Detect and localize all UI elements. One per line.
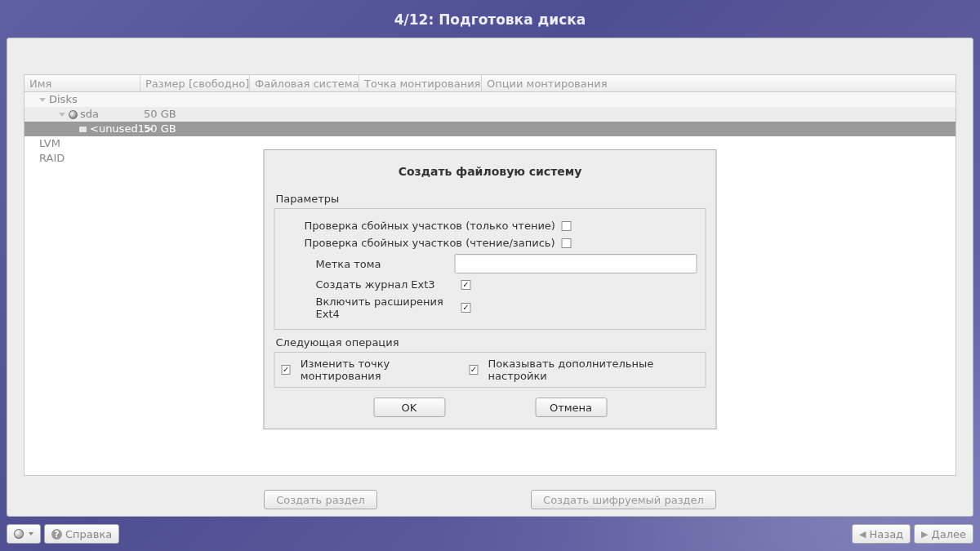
show-adv-checkbox[interactable] bbox=[469, 365, 478, 375]
chevron-left-icon: ◀ bbox=[859, 529, 866, 540]
step-title: 4/12: Подготовка диска bbox=[0, 0, 980, 38]
gear-icon bbox=[14, 529, 24, 539]
check-ro-checkbox[interactable] bbox=[562, 221, 572, 231]
disk-icon bbox=[69, 110, 78, 119]
params-box: Проверка сбойных участков (только чтение… bbox=[274, 208, 706, 330]
chevron-right-icon: ▶ bbox=[921, 529, 928, 540]
panel-actions: Создать раздел Создать шифруемый раздел bbox=[7, 490, 973, 509]
create-fs-dialog: Создать файловую систему Параметры Прове… bbox=[264, 149, 717, 429]
partition-icon bbox=[78, 126, 87, 133]
tree-label-disks: Disks bbox=[49, 93, 78, 105]
tree-label-raid: RAID bbox=[39, 152, 65, 164]
check-ro-label: Проверка сбойных участков (только чтение… bbox=[305, 220, 555, 232]
create-encrypted-button[interactable]: Создать шифруемый раздел bbox=[531, 490, 716, 509]
ext4-ext-label: Включить расширения Ext4 bbox=[316, 295, 455, 320]
cancel-button[interactable]: Отмена bbox=[535, 398, 607, 417]
next-op-box: Изменить точку монтирования Показывать д… bbox=[274, 352, 706, 388]
help-icon: ? bbox=[51, 529, 62, 540]
volume-label-label: Метка тома bbox=[316, 258, 455, 270]
ext3-journal-checkbox[interactable] bbox=[461, 280, 471, 290]
check-rw-checkbox[interactable] bbox=[562, 238, 572, 248]
nav-bar: ?Справка ◀Назад ▶Далее bbox=[0, 522, 980, 551]
help-label: Справка bbox=[65, 528, 112, 540]
tree-label-sda: sda bbox=[80, 108, 99, 120]
ext4-ext-checkbox[interactable] bbox=[461, 303, 471, 313]
tree-size-unused: 50 GB bbox=[140, 122, 250, 136]
change-mount-checkbox[interactable] bbox=[282, 365, 291, 375]
create-partition-button[interactable]: Создать раздел bbox=[264, 490, 377, 509]
col-name[interactable]: Имя bbox=[24, 75, 140, 91]
col-mount[interactable]: Точка монтирования bbox=[359, 75, 482, 91]
col-size[interactable]: Размер [свободно] bbox=[140, 75, 250, 91]
tree-label-lvm: LVM bbox=[39, 137, 60, 149]
next-button[interactable]: ▶Далее bbox=[914, 524, 973, 544]
next-op-section-label: Следующая операция bbox=[268, 335, 713, 352]
back-button[interactable]: ◀Назад bbox=[852, 524, 911, 544]
tree-row-unused[interactable]: <unused1> 50 GB bbox=[24, 122, 956, 136]
tree-header: Имя Размер [свободно] Файловая система Т… bbox=[24, 74, 956, 92]
params-section-label: Параметры bbox=[268, 191, 713, 208]
chevron-down-icon bbox=[29, 532, 33, 535]
volume-label-input[interactable] bbox=[455, 254, 697, 273]
ok-button[interactable]: OK bbox=[373, 398, 445, 417]
back-label: Назад bbox=[869, 528, 903, 540]
change-mount-label: Изменить точку монтирования bbox=[301, 358, 461, 382]
chevron-down-icon[interactable] bbox=[39, 98, 46, 102]
tree-row-sda[interactable]: sda 50 GB bbox=[24, 107, 956, 122]
settings-button[interactable] bbox=[7, 524, 41, 544]
next-label: Далее bbox=[932, 528, 966, 540]
tree-row-disks[interactable]: Disks bbox=[24, 92, 956, 107]
show-adv-label: Показывать дополнительные настройки bbox=[488, 358, 699, 382]
check-rw-label: Проверка сбойных участков (чтение/запись… bbox=[305, 237, 555, 249]
chevron-down-icon[interactable] bbox=[59, 113, 65, 117]
tree-size-sda: 50 GB bbox=[140, 107, 250, 122]
col-opts[interactable]: Опции монтирования bbox=[482, 75, 956, 91]
col-fs[interactable]: Файловая система bbox=[250, 75, 359, 91]
dialog-title: Создать файловую систему bbox=[268, 153, 713, 191]
ext3-journal-label: Создать журнал Ext3 bbox=[316, 278, 455, 291]
help-button[interactable]: ?Справка bbox=[44, 524, 119, 544]
main-panel: Имя Размер [свободно] Файловая система Т… bbox=[7, 38, 973, 517]
